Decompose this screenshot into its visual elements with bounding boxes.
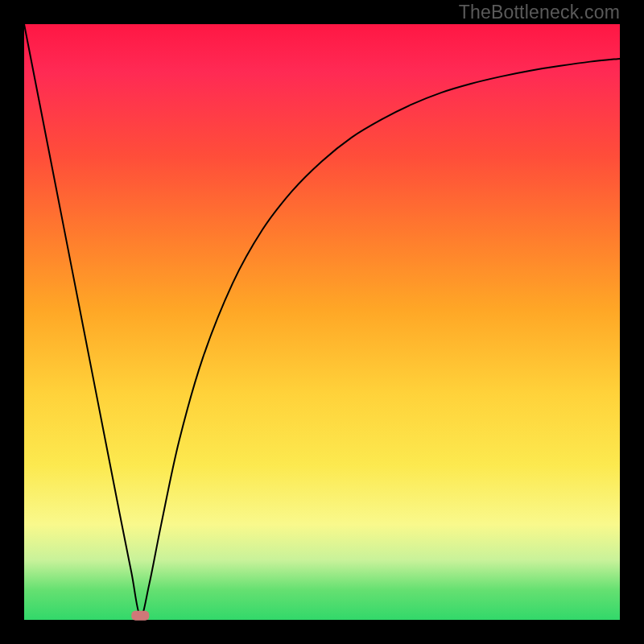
minimum-marker [131,611,149,621]
plot-area [24,24,620,620]
bottleneck-curve [24,24,620,617]
watermark-label: TheBottleneck.com [459,2,620,23]
chart-svg [24,24,620,620]
chart-frame: TheBottleneck.com [0,0,644,644]
